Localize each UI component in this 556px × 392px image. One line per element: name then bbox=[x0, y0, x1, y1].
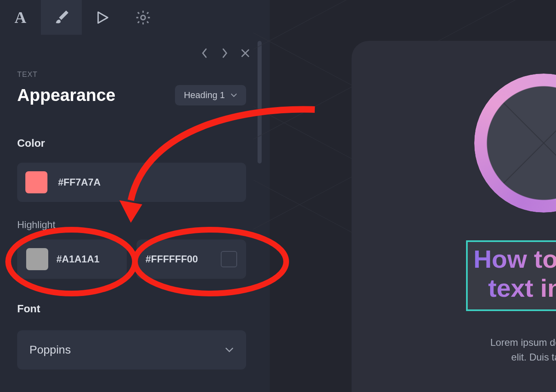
text-color-swatch[interactable] bbox=[25, 171, 47, 193]
gear-icon bbox=[135, 9, 151, 26]
panel-nav bbox=[198, 47, 251, 59]
title-line-2: text in C bbox=[473, 273, 556, 302]
canvas-card[interactable]: How to hig text in C Lorem ipsum dolor s… bbox=[352, 41, 556, 392]
highlight-end-swatch[interactable] bbox=[221, 251, 237, 267]
text-color-field[interactable]: #FF7A7A bbox=[17, 163, 246, 202]
color-label: Color bbox=[17, 137, 45, 150]
play-icon bbox=[94, 9, 110, 26]
inspector-panel: A TEXT bbox=[0, 0, 270, 392]
ring-graphic bbox=[474, 74, 556, 213]
play-tool-tab[interactable] bbox=[82, 0, 123, 35]
panel-forward-button[interactable] bbox=[219, 47, 231, 59]
settings-tool-tab[interactable] bbox=[123, 0, 164, 35]
highlight-start-swatch[interactable] bbox=[26, 248, 48, 270]
close-icon bbox=[240, 48, 250, 58]
selected-text-element[interactable]: How to hig text in C bbox=[466, 240, 556, 311]
font-label: Font bbox=[17, 302, 40, 315]
text-style-dropdown[interactable]: Heading 1 bbox=[175, 85, 246, 105]
panel-scrollbar[interactable] bbox=[258, 41, 262, 164]
chevron-down-icon bbox=[225, 345, 234, 355]
text-tool-tab[interactable]: A bbox=[0, 0, 41, 35]
font-value: Poppins bbox=[29, 343, 71, 356]
panel-title: Appearance bbox=[17, 85, 115, 105]
body-line-1: Lorem ipsum dolor sit amet co bbox=[458, 335, 556, 350]
placeholder-image[interactable] bbox=[474, 74, 556, 213]
text-color-hex: #FF7A7A bbox=[58, 177, 101, 188]
chevron-down-icon bbox=[231, 92, 237, 99]
brush-icon bbox=[53, 9, 70, 26]
chevron-left-icon bbox=[201, 47, 208, 59]
svg-marker-0 bbox=[98, 12, 108, 23]
highlight-label: Highlight bbox=[17, 219, 55, 231]
text-tool-icon: A bbox=[15, 8, 27, 27]
highlight-end-field[interactable]: #FFFFFF00 bbox=[137, 240, 246, 279]
appearance-title-row: Appearance Heading 1 bbox=[17, 85, 246, 105]
title-line-1: How to hig bbox=[473, 244, 556, 273]
chevron-right-icon bbox=[221, 47, 229, 59]
font-dropdown[interactable]: Poppins bbox=[17, 330, 246, 370]
highlight-end-hex: #FFFFFF00 bbox=[146, 253, 198, 265]
brush-tool-tab[interactable] bbox=[41, 0, 82, 35]
tool-tabs: A bbox=[0, 0, 270, 35]
panel-back-button[interactable] bbox=[198, 47, 211, 59]
body-text-element[interactable]: Lorem ipsum dolor sit amet co elit. Duis… bbox=[458, 335, 556, 365]
section-label: TEXT bbox=[17, 70, 38, 79]
panel-close-button[interactable] bbox=[239, 47, 251, 59]
highlight-start-field[interactable]: #A1A1A1 bbox=[17, 240, 127, 279]
text-style-value: Heading 1 bbox=[184, 90, 225, 101]
highlight-row: #A1A1A1 #FFFFFF00 bbox=[17, 240, 246, 279]
highlight-start-hex: #A1A1A1 bbox=[56, 253, 99, 265]
svg-point-1 bbox=[141, 15, 146, 20]
body-line-2: elit. Duis taciti ad lito bbox=[458, 350, 556, 365]
design-canvas[interactable]: How to hig text in C Lorem ipsum dolor s… bbox=[270, 0, 556, 392]
